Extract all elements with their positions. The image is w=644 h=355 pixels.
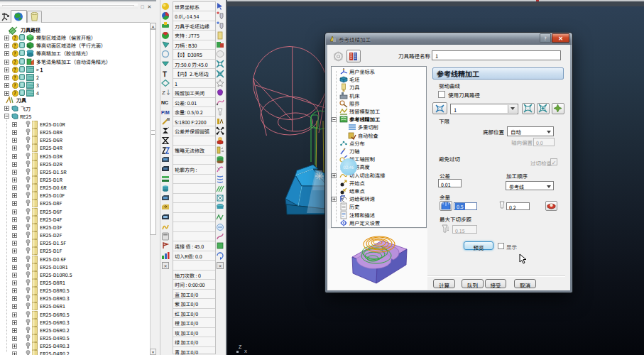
svg-text:PIM: PIM — [161, 109, 170, 116]
svg-text:X: X — [244, 348, 247, 354]
svg-text:T: T — [163, 70, 167, 78]
svg-text:NC: NC — [161, 99, 168, 106]
svg-text:Z↓: Z↓ — [162, 88, 170, 96]
svg-text:Z: Z — [239, 343, 242, 350]
